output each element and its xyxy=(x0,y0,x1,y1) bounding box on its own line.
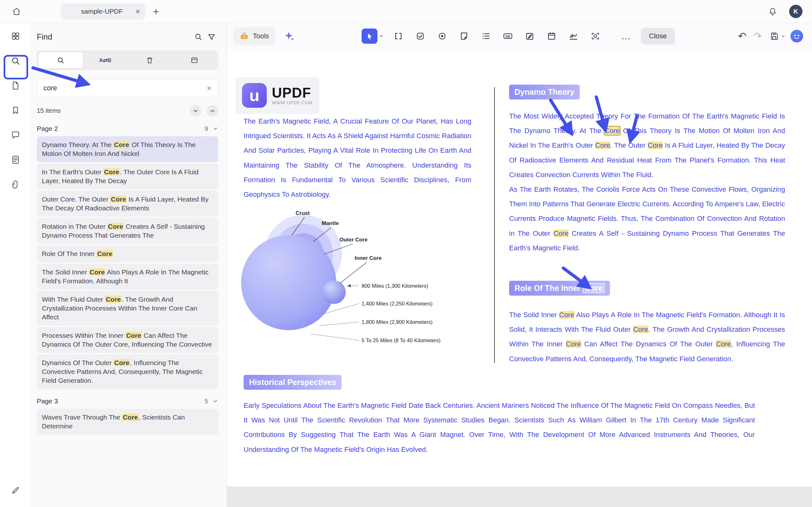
chevron-down-icon xyxy=(781,34,785,38)
search-input[interactable]: core × xyxy=(37,79,218,97)
find-panel: Find A⇄B xyxy=(31,23,227,507)
undo-button[interactable]: ↶ xyxy=(738,30,746,42)
find-search-button[interactable] xyxy=(192,30,205,43)
search-result-item[interactable]: With The Fluid Outer Core. The Growth An… xyxy=(37,291,218,326)
home-button[interactable] xyxy=(9,4,23,18)
page-group-count: 5 xyxy=(205,398,208,405)
search-result-item[interactable]: Role Of The Inner Core xyxy=(37,245,218,262)
highlighted-match: Core xyxy=(583,283,605,293)
column-divider xyxy=(494,87,495,363)
updf-logo-icon: u xyxy=(242,83,267,108)
sidebar-item-attachments[interactable] xyxy=(8,177,23,192)
search-result-item[interactable]: Processes Within The Inner Core Can Affe… xyxy=(37,327,218,353)
search-result-item[interactable]: Waves Trave Through The Core, Scientists… xyxy=(37,409,218,435)
match-highlight: Core xyxy=(125,332,142,339)
filter-icon xyxy=(207,32,216,41)
dynamo-paragraph-1: The Most Widely Accepted Theory For The … xyxy=(509,109,785,182)
redo-button[interactable]: ↷ xyxy=(753,30,762,42)
inner-core-heading: Role Of The Inner Core xyxy=(509,281,610,296)
page-group-header[interactable]: Page 29 xyxy=(37,125,218,132)
close-button[interactable]: Close xyxy=(641,28,675,44)
top-bar: sample-UPDF × + K xyxy=(0,0,812,23)
match-highlight: Core xyxy=(122,413,139,421)
search-icon xyxy=(10,56,20,66)
screenshot-tool-button[interactable] xyxy=(587,29,604,44)
comment-icon xyxy=(11,130,20,140)
search-result-item[interactable]: In The Earth's Outer Core. The Outer Cor… xyxy=(37,164,218,189)
close-label: Close xyxy=(649,32,667,40)
find-filter-button[interactable] xyxy=(205,30,218,43)
search-result-item[interactable]: Dynamics Of The Outer Core, Influencing … xyxy=(37,354,218,389)
sidebar-item-signature[interactable] xyxy=(8,483,23,498)
historical-heading: Historical Perspectives xyxy=(244,375,342,390)
match-highlight: Core xyxy=(96,250,113,257)
pdf-page[interactable]: u UPDF WWW.UPDF.COM The Earth's Magnetic… xyxy=(227,49,812,487)
tab-delete[interactable] xyxy=(128,52,172,68)
sticky-note-tool-button[interactable] xyxy=(455,29,473,44)
ai-tools-button[interactable] xyxy=(281,28,298,44)
ai-assistant-button[interactable] xyxy=(790,29,804,43)
markup-tool-button[interactable] xyxy=(390,29,407,44)
ok-stamp-tool-button[interactable]: OK xyxy=(499,29,517,44)
reading-list-icon xyxy=(481,32,491,41)
inner-core-ball xyxy=(322,280,346,304)
highlighted-match: Core xyxy=(559,311,574,319)
clear-search-icon[interactable]: × xyxy=(207,84,212,92)
find-mode-tabs: A⇄B xyxy=(37,50,218,70)
redact-icon xyxy=(190,56,199,64)
sidebar-item-tools-grid[interactable] xyxy=(8,29,23,43)
select-tool-button[interactable] xyxy=(362,29,377,44)
previous-match-button[interactable] xyxy=(206,105,218,117)
search-result-item[interactable]: Dynamo Theory. At The Core Of This Theor… xyxy=(37,136,218,162)
user-avatar[interactable]: K xyxy=(789,5,803,18)
measure-800-miles: 800 Miles (1,300 Kilometers) xyxy=(362,283,428,289)
diagram-label-inner-core: Inner Core xyxy=(355,255,382,261)
page-group-header[interactable]: Page 35 xyxy=(37,397,218,405)
search-result-item[interactable]: The Solid Inner Core Also Plays A Role I… xyxy=(37,264,218,290)
tab-close-icon[interactable]: × xyxy=(136,7,140,15)
tab-search[interactable] xyxy=(38,52,83,68)
notifications-button[interactable] xyxy=(766,4,780,18)
home-icon xyxy=(12,7,21,16)
chevron-down-icon[interactable] xyxy=(212,398,218,404)
search-result-item[interactable]: Rotation in The Outer Core Creates A Sel… xyxy=(37,218,218,244)
earth-dome xyxy=(241,235,336,330)
chevron-down-icon[interactable] xyxy=(212,126,218,131)
highlighted-match: Core xyxy=(595,141,610,149)
sidebar-item-search[interactable] xyxy=(8,54,23,68)
record-icon xyxy=(438,32,447,41)
updf-logo: u UPDF WWW.UPDF.COM xyxy=(236,77,319,114)
signature-tool-button[interactable] xyxy=(565,29,582,44)
ai-assistant-icon xyxy=(790,29,804,43)
diagram-label-outer-core: Outer Core xyxy=(339,237,368,243)
dynamo-theory-heading: Dynamo Theory xyxy=(509,84,580,100)
tab-replace[interactable]: A⇄B xyxy=(83,52,128,68)
record-tool-button[interactable] xyxy=(433,29,451,44)
select-tool-dropdown[interactable] xyxy=(377,29,385,44)
chevron-down-icon xyxy=(193,108,199,114)
document-tab[interactable]: sample-UPDF × xyxy=(61,3,145,19)
date-stamp-tool-button[interactable] xyxy=(543,29,560,44)
sidebar-item-comments[interactable] xyxy=(8,128,23,142)
tools-button[interactable]: Tools xyxy=(233,27,275,45)
reading-order-tool-button[interactable] xyxy=(477,29,495,44)
checkbox-tool-button[interactable] xyxy=(411,29,429,44)
tab-redact[interactable] xyxy=(172,52,217,68)
search-result-item[interactable]: Outer Core. The Outer Core Is A Fluid La… xyxy=(37,191,218,217)
save-button[interactable] xyxy=(769,32,785,41)
sidebar-item-pages[interactable] xyxy=(8,78,23,93)
results-meta: 15 items xyxy=(37,105,218,117)
match-highlight: Core xyxy=(113,359,130,366)
edit-note-tool-button[interactable] xyxy=(521,29,539,44)
page-icon xyxy=(11,81,20,90)
sidebar-item-bookmarks[interactable] xyxy=(8,103,23,118)
markup-icon xyxy=(394,32,403,41)
highlighted-match: Core xyxy=(605,127,620,135)
inner-core-paragraph: The Solid Inner Core Also Plays A Role I… xyxy=(509,308,785,366)
replace-icon: A⇄B xyxy=(99,57,111,64)
new-tab-button[interactable]: + xyxy=(153,5,159,18)
svg-text:OK: OK xyxy=(505,35,510,38)
next-match-button[interactable] xyxy=(190,105,201,117)
more-tools-button[interactable]: … xyxy=(617,31,635,42)
sidebar-item-summary[interactable] xyxy=(8,153,23,167)
